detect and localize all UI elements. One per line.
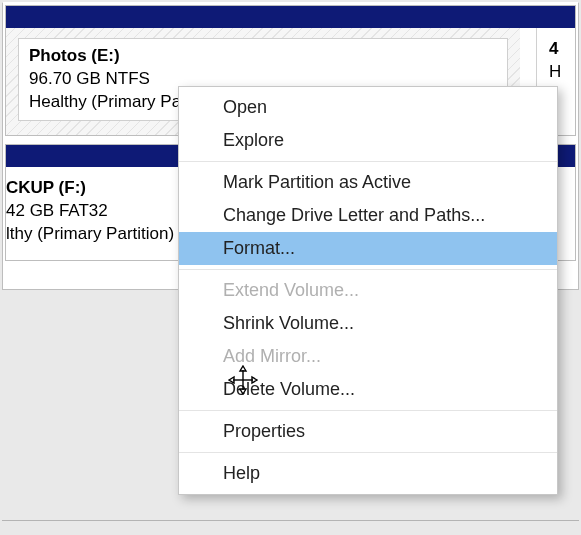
- menu-item-change-drive-letter-and-paths[interactable]: Change Drive Letter and Paths...: [179, 199, 557, 232]
- menu-item-add-mirror: Add Mirror...: [179, 340, 557, 373]
- panel-divider: [2, 520, 579, 521]
- menu-item-format[interactable]: Format...: [179, 232, 557, 265]
- menu-item-shrink-volume[interactable]: Shrink Volume...: [179, 307, 557, 340]
- volume-title: Photos (E:): [29, 45, 497, 68]
- volume-context-menu: OpenExploreMark Partition as ActiveChang…: [178, 86, 558, 495]
- menu-separator: [179, 269, 557, 270]
- menu-item-mark-partition-as-active[interactable]: Mark Partition as Active: [179, 166, 557, 199]
- menu-item-explore[interactable]: Explore: [179, 124, 557, 157]
- menu-separator: [179, 161, 557, 162]
- menu-separator: [179, 410, 557, 411]
- menu-item-extend-volume: Extend Volume...: [179, 274, 557, 307]
- menu-item-properties[interactable]: Properties: [179, 415, 557, 448]
- volume-title: 4: [549, 38, 563, 61]
- menu-separator: [179, 452, 557, 453]
- menu-item-open[interactable]: Open: [179, 91, 557, 124]
- menu-item-help[interactable]: Help: [179, 457, 557, 490]
- volume-status: H: [549, 61, 563, 84]
- disk-header-0: [6, 6, 575, 28]
- menu-item-delete-volume[interactable]: Delete Volume...: [179, 373, 557, 406]
